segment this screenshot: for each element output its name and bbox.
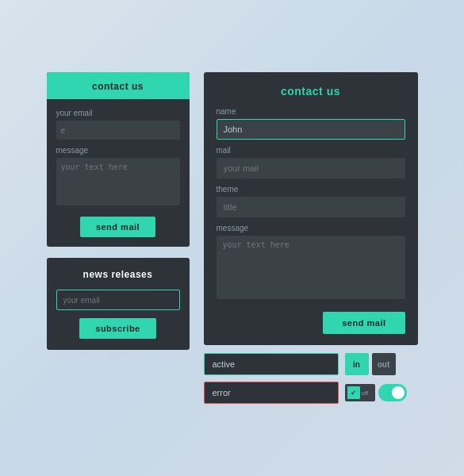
news-email-input[interactable] [56, 290, 180, 310]
checkbox-toggle[interactable]: ✓ off [345, 384, 375, 401]
small-email-input[interactable] [56, 121, 180, 140]
big-contact-title: contact us [217, 85, 405, 98]
checkbox-label: off [362, 390, 369, 397]
circle-knob [392, 386, 405, 399]
subscribe-button[interactable]: subscribe [79, 318, 155, 339]
out-button[interactable]: out [372, 353, 396, 375]
news-card: news releases subscribe [47, 258, 190, 350]
email-label: your email [56, 109, 180, 117]
message-label: message [56, 146, 180, 155]
circle-toggle[interactable] [378, 384, 407, 401]
error-row: ✓ off [204, 382, 418, 404]
big-send-button[interactable]: send mail [323, 312, 405, 334]
left-column: contact us your email message send mail … [47, 72, 190, 350]
error-input[interactable] [204, 382, 339, 404]
main-container: contact us your email message send mail … [31, 56, 434, 420]
big-message-label: message [217, 224, 405, 232]
active-input[interactable] [204, 353, 339, 375]
name-label: name [217, 107, 405, 116]
mail-input[interactable] [217, 158, 405, 178]
small-contact-title: contact us [92, 81, 144, 92]
active-row: in out [204, 353, 418, 375]
big-message-textarea[interactable] [217, 236, 405, 299]
name-input[interactable] [217, 119, 405, 140]
in-button[interactable]: in [345, 353, 369, 375]
checkbox-group: ✓ off [345, 384, 407, 401]
small-contact-header: contact us [47, 72, 190, 99]
small-contact-body: your email message send mail [47, 99, 190, 247]
news-title: news releases [56, 269, 180, 280]
checkbox-inner: ✓ [347, 386, 360, 399]
small-contact-card: contact us your email message send mail [47, 72, 190, 247]
small-send-button[interactable]: send mail [80, 217, 155, 237]
right-column: contact us name mail theme message send … [204, 72, 418, 404]
in-out-toggle-group: in out [345, 353, 396, 375]
theme-label: theme [217, 185, 405, 194]
small-message-textarea[interactable] [56, 158, 180, 205]
mail-label: mail [217, 146, 405, 155]
theme-input[interactable] [217, 197, 405, 217]
big-contact-card: contact us name mail theme message send … [204, 72, 418, 345]
bottom-ui: in out ✓ off [204, 353, 418, 404]
